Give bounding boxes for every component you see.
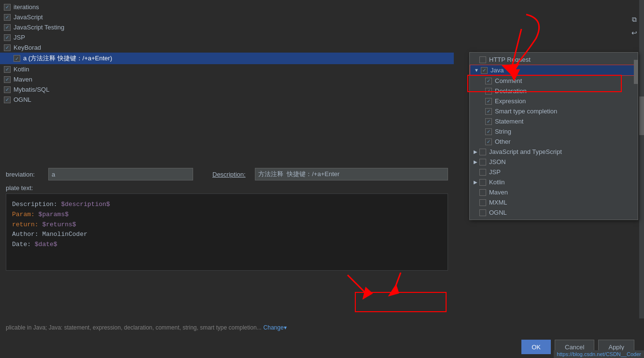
item-label: Declaration <box>495 87 527 95</box>
code-line-2: Param: $params$ <box>12 210 442 220</box>
item-label: Comment <box>495 77 522 84</box>
scrollbar-thumb[interactable] <box>639 96 644 135</box>
checkbox-keyborad[interactable] <box>4 44 11 51</box>
item-label: Statement <box>495 118 523 125</box>
checkbox-maven-dd[interactable] <box>479 189 486 196</box>
checkbox-ognl[interactable] <box>4 96 11 103</box>
checkbox-javascript[interactable] <box>4 14 11 21</box>
description-input[interactable] <box>255 168 448 180</box>
code-line-3: return: $returns$ <box>12 220 442 230</box>
checkbox-mybatis[interactable] <box>4 86 11 93</box>
dropdown-item-comment[interactable]: Comment <box>470 76 638 86</box>
dropdown-item-ognl-dd[interactable]: ▶ OGNL <box>470 207 638 218</box>
change-link[interactable]: Change <box>264 324 284 331</box>
checkbox-comment[interactable] <box>485 78 492 84</box>
arrow-js-ts: ▶ <box>474 149 477 154</box>
checkbox-json[interactable] <box>479 159 486 165</box>
dropdown-item-expression[interactable]: Expression <box>470 96 638 106</box>
checkbox-mxml[interactable] <box>479 199 486 206</box>
applicable-bar: plicable in Java; Java: statement, expre… <box>0 321 454 334</box>
item-label: Other <box>495 138 511 145</box>
list-item[interactable]: JavaScript Testing <box>0 22 454 32</box>
dropdown-item-maven-dd[interactable]: ▶ Maven <box>470 187 638 197</box>
list-item[interactable]: Kotlin <box>0 64 454 74</box>
item-label: KeyBorad <box>14 44 41 51</box>
template-text-label: plate text: <box>6 184 448 192</box>
item-label: Smart type completion <box>495 108 557 115</box>
code-line-1: Description: $description$ <box>12 200 442 210</box>
code-editor[interactable]: Description: $description$ Param: $param… <box>6 193 448 271</box>
list-item[interactable]: JavaScript <box>0 12 454 22</box>
checkbox-jsp-dd[interactable] <box>479 169 486 176</box>
item-label: Maven <box>489 189 508 196</box>
list-item[interactable]: Maven <box>0 74 454 84</box>
arrow-kotlin: ▶ <box>474 179 477 185</box>
abbreviation-input[interactable] <box>48 168 193 180</box>
item-label: JSP <box>489 168 501 176</box>
item-label: String <box>495 128 511 135</box>
item-label: OGNL <box>489 209 507 216</box>
checkbox-statement[interactable] <box>485 118 492 125</box>
checkbox-jsp[interactable] <box>4 34 11 41</box>
checkbox-http[interactable] <box>479 56 486 63</box>
dropdown-item-statement[interactable]: Statement <box>470 116 638 126</box>
checkbox-declaration[interactable] <box>485 88 492 95</box>
arrow-placeholder5: ▶ <box>474 210 477 215</box>
item-label: OGNL <box>14 96 31 103</box>
checkbox-js-ts[interactable] <box>479 149 486 155</box>
item-label: Mybatis/SQL <box>14 86 49 93</box>
list-item[interactable]: OGNL <box>0 95 454 105</box>
context-dropdown[interactable]: ▶ HTTP Request ▼ Java Comment Declaratio… <box>469 52 638 220</box>
dropdown-item-smart-type[interactable]: Smart type completion <box>470 106 638 116</box>
checkbox-maven[interactable] <box>4 76 11 83</box>
checkbox-ognl-dd[interactable] <box>479 209 486 216</box>
url-bar: https://blog.csdn.net/CSDN__Coder <box>554 350 644 358</box>
dropdown-item-other[interactable]: Other <box>470 137 638 147</box>
dropdown-item-mxml[interactable]: ▶ MXML <box>470 197 638 207</box>
list-item[interactable]: JSP <box>0 32 454 42</box>
abbreviation-label: breviation: <box>6 171 44 178</box>
item-label: JSON <box>489 158 506 165</box>
ok-button[interactable]: OK <box>521 340 551 354</box>
item-label: JavaScript <box>14 14 43 21</box>
undo-icon[interactable]: ↩ <box>630 28 639 38</box>
copy-icon[interactable]: ⧉ <box>630 14 639 24</box>
dropdown-item-string[interactable]: String <box>470 126 638 137</box>
item-label: Kotlin <box>14 66 29 73</box>
scrollbar-track <box>639 0 644 318</box>
checkbox-expression[interactable] <box>485 98 492 105</box>
arrow-placeholder: ▶ <box>474 57 477 62</box>
dropdown-item-http[interactable]: ▶ HTTP Request <box>470 55 638 65</box>
checkbox-iterations[interactable] <box>4 4 11 11</box>
arrow-java: ▼ <box>474 68 479 73</box>
checkbox-smart-type[interactable] <box>485 108 492 115</box>
arrow-placeholder3: ▶ <box>474 190 477 195</box>
item-label: JavaScript Testing <box>14 24 64 31</box>
template-list: iterations JavaScript JavaScript Testing… <box>0 0 454 107</box>
checkbox-kotlin-dd[interactable] <box>479 179 486 186</box>
checkbox-string[interactable] <box>485 128 492 135</box>
dropdown-item-json[interactable]: ▶ JSON <box>470 157 638 167</box>
dropdown-item-declaration[interactable]: Declaration <box>470 86 638 96</box>
arrow-placeholder4: ▶ <box>474 200 477 205</box>
bottom-fields: breviation: Description: plate text: Des… <box>0 164 454 275</box>
item-label: JSP <box>14 34 25 41</box>
item-label: iterations <box>14 3 39 11</box>
checkbox-a[interactable] <box>14 55 20 62</box>
checkbox-java[interactable] <box>481 67 488 74</box>
list-item[interactable]: KeyBorad <box>0 42 454 53</box>
dropdown-item-js-ts[interactable]: ▶ JavaScript and TypeScript <box>470 147 638 157</box>
description-label: Description: <box>212 171 251 178</box>
checkbox-kotlin[interactable] <box>4 66 11 73</box>
dropdown-item-kotlin-dd[interactable]: ▶ Kotlin <box>470 177 638 187</box>
arrow-placeholder2: ▶ <box>474 169 477 175</box>
applicable-arrow: ▾ <box>284 324 287 331</box>
dropdown-item-jsp-dd[interactable]: ▶ JSP <box>470 167 638 177</box>
checkbox-other[interactable] <box>485 138 492 145</box>
list-item-selected[interactable]: a (方法注释 快捷键：/+a+Enter) <box>0 53 454 64</box>
abbreviation-row: breviation: Description: <box>6 168 448 180</box>
checkbox-javascript-testing[interactable] <box>4 24 11 31</box>
dropdown-item-java[interactable]: ▼ Java <box>470 65 638 76</box>
list-item[interactable]: iterations <box>0 2 454 12</box>
list-item[interactable]: Mybatis/SQL <box>0 84 454 95</box>
